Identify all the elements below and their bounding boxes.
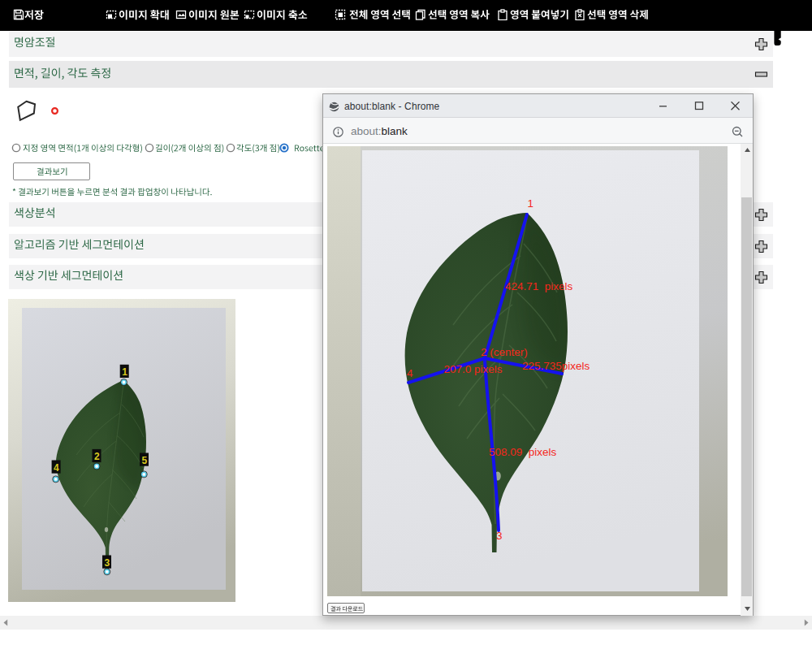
svg-text:2 (center): 2 (center) [481, 346, 528, 358]
svg-text:225.735pixels: 225.735pixels [522, 360, 590, 372]
svg-text:508.09 pixels: 508.09 pixels [489, 446, 557, 458]
svg-text:1: 1 [528, 197, 534, 210]
svg-text:4: 4 [54, 462, 59, 474]
svg-text:1: 1 [122, 366, 127, 378]
svg-text:3: 3 [104, 557, 110, 569]
svg-text:2: 2 [94, 451, 100, 462]
svg-text:424.71 pixels: 424.71 pixels [505, 280, 573, 292]
svg-text:4: 4 [407, 367, 413, 379]
svg-text:5: 5 [141, 455, 147, 466]
svg-text:207.0 pixels: 207.0 pixels [444, 363, 503, 375]
svg-text:3: 3 [496, 530, 503, 542]
